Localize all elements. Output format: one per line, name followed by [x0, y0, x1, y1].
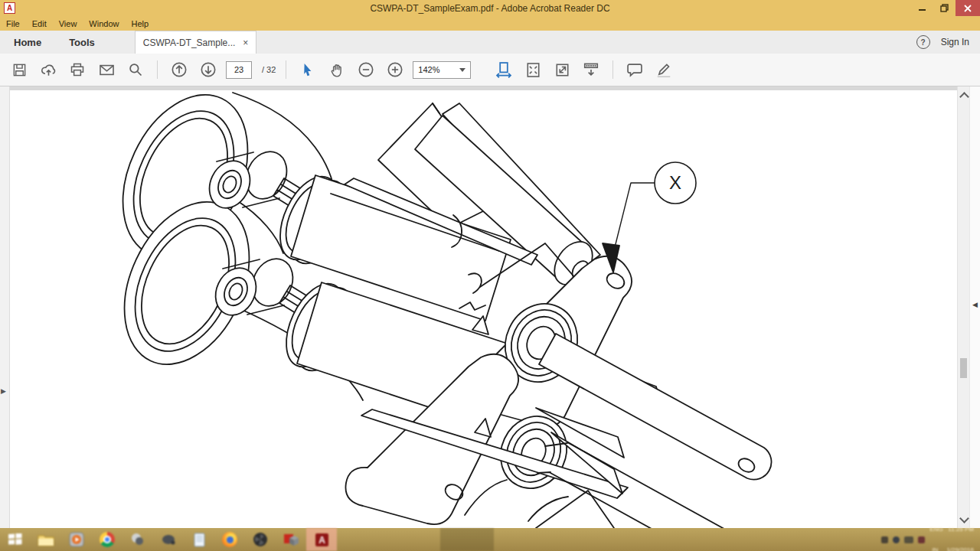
tray-clock[interactable]: ENG 11:25 PM IN 1/29/2016 — [929, 512, 974, 551]
tray-icon[interactable] — [904, 536, 913, 543]
file-explorer-icon[interactable] — [31, 528, 61, 551]
page-number-input[interactable] — [226, 61, 252, 79]
balloon-label: X — [669, 172, 681, 193]
system-tray[interactable]: ENG 11:25 PM IN 1/29/2016 — [881, 528, 974, 551]
app-dark-icon[interactable] — [153, 528, 184, 551]
zoom-level-dropdown[interactable]: 142% — [413, 61, 471, 79]
main-toolbar: / 32 142% — [0, 54, 980, 86]
chrome-icon[interactable] — [92, 528, 122, 551]
media-player-icon[interactable] — [61, 528, 92, 551]
previous-page-icon[interactable] — [168, 58, 191, 81]
save-icon[interactable] — [8, 58, 31, 81]
acrobat-taskbar-icon[interactable]: A — [306, 528, 337, 551]
tab-document[interactable]: CSWPA-DT_Sample... × — [135, 31, 256, 54]
tray-icon[interactable] — [918, 536, 925, 543]
zoom-level-value: 142% — [418, 65, 439, 74]
nav-pane-strip: ▶ — [0, 86, 10, 528]
firefox-icon[interactable] — [214, 528, 245, 551]
sign-in-button[interactable]: Sign In — [941, 37, 969, 47]
comment-icon[interactable] — [623, 58, 646, 81]
nav-pane-expand-icon[interactable]: ▶ — [1, 387, 6, 395]
notepad-icon[interactable] — [184, 528, 214, 551]
close-button[interactable] — [956, 0, 980, 16]
svg-text:A: A — [318, 535, 325, 546]
fit-page-icon[interactable] — [521, 58, 544, 81]
help-icon[interactable]: ? — [916, 35, 930, 49]
print-icon[interactable] — [66, 58, 89, 81]
tray-icon[interactable] — [881, 536, 888, 543]
search-icon[interactable] — [124, 58, 147, 81]
scrollbar-thumb[interactable] — [960, 358, 967, 378]
document-tab-close-icon[interactable]: × — [243, 37, 248, 48]
tray-lang-time: ENG 11:25 PM — [929, 526, 974, 533]
zoom-in-icon[interactable] — [384, 58, 407, 81]
document-tab-label: CSWPA-DT_Sample... — [143, 37, 235, 48]
taskbar: A ENG 11:25 PM IN 1/29/2016 — [0, 528, 980, 551]
solidworks-icon[interactable] — [276, 528, 306, 551]
taskbar-shadow-band — [440, 528, 494, 551]
menu-help[interactable]: Help — [125, 19, 155, 28]
select-tool-icon[interactable] — [296, 58, 319, 81]
email-icon[interactable] — [95, 58, 118, 81]
zoom-out-icon[interactable] — [354, 58, 377, 81]
window-title: CSWPA-DT_SampleExam.pdf - Adobe Acrobat … — [0, 3, 980, 14]
tab-bar: Home Tools CSWPA-DT_Sample... × — [0, 31, 980, 54]
page-total-label: / 32 — [262, 65, 276, 74]
hand-tool-icon[interactable] — [325, 58, 348, 81]
title-bar: A CSWPA-DT_SampleExam.pdf - Adobe Acroba… — [0, 0, 980, 16]
start-button[interactable] — [0, 528, 31, 551]
chevron-down-icon — [459, 68, 466, 72]
tab-home[interactable]: Home — [0, 37, 55, 48]
menu-view[interactable]: View — [53, 19, 83, 28]
fit-width-icon[interactable] — [492, 58, 515, 81]
scrolling-mode-icon[interactable] — [580, 58, 603, 81]
tools-panel-expand-icon[interactable]: ◀ — [972, 301, 978, 308]
vertical-scrollbar[interactable] — [957, 86, 970, 528]
menu-file[interactable]: File — [0, 19, 26, 28]
next-page-icon[interactable] — [197, 58, 220, 81]
pdf-page: X — [9, 86, 957, 528]
menu-bar: File Edit View Window Help — [0, 16, 980, 31]
scroll-up-icon[interactable] — [959, 92, 969, 102]
menu-window[interactable]: Window — [83, 19, 125, 28]
restore-button[interactable] — [933, 0, 956, 16]
menu-edit[interactable]: Edit — [26, 19, 53, 28]
app-gray-icon[interactable] — [122, 528, 153, 551]
minimize-button[interactable] — [911, 0, 933, 16]
highlight-icon[interactable] — [652, 58, 675, 81]
tools-panel-strip: ◀ — [969, 86, 980, 528]
cloud-upload-icon[interactable] — [37, 58, 60, 81]
fullscreen-icon[interactable] — [550, 58, 573, 81]
media-player-dark-icon[interactable] — [245, 528, 276, 551]
tab-tools[interactable]: Tools — [55, 37, 109, 48]
tray-icon[interactable] — [893, 536, 900, 543]
tray-lang-date: IN 1/29/2016 — [929, 546, 974, 551]
